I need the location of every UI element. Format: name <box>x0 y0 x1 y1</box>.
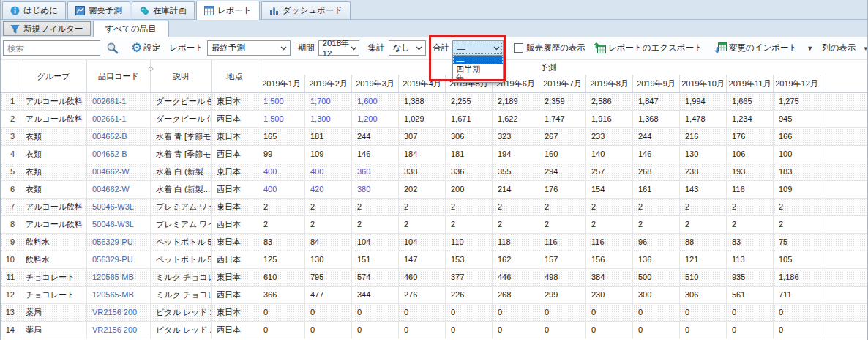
forecast-value-cell[interactable]: 0 <box>493 304 539 321</box>
item-code-link[interactable]: 50046-W3L <box>87 199 151 215</box>
table-row[interactable]: 12チョコレート120565-MBミルク チョコレート...西日本3664773… <box>1 287 867 304</box>
item-code-link[interactable]: 004662-W <box>87 181 151 198</box>
item-code-link[interactable]: 002661-1 <box>87 111 151 128</box>
forecast-value-cell[interactable]: 1,234 <box>727 111 774 128</box>
item-code-link[interactable]: 004652-B <box>87 146 151 163</box>
forecast-value-cell[interactable]: 238 <box>680 163 727 180</box>
forecast-value-cell[interactable]: 2,359 <box>539 93 586 110</box>
item-code-link[interactable]: 004652-B <box>87 128 151 145</box>
forecast-value-cell[interactable]: 0 <box>774 304 820 321</box>
forecast-value-cell[interactable]: 1,478 <box>680 111 727 128</box>
new-filter-button[interactable]: 新規フィルター <box>3 21 91 36</box>
import-dropdown-caret-icon[interactable]: ▼ <box>807 45 813 52</box>
forecast-value-cell[interactable]: 267 <box>539 128 586 145</box>
forecast-value-cell[interactable]: 711 <box>774 287 820 303</box>
forecast-value-cell[interactable]: 0 <box>727 304 774 321</box>
tab-report[interactable]: レポート <box>196 1 260 20</box>
forecast-value-cell[interactable]: 366 <box>258 287 305 303</box>
table-row[interactable]: 9飲料水056329-PUペットボトル 500...東日本83841041041… <box>1 234 867 251</box>
table-row[interactable]: 1アルコール飲料002661-1ダークビール 缶 4...東日本1,5001,7… <box>1 93 867 111</box>
table-row[interactable]: 3衣類004652-B水着 青 [季節モ...東日本16518124430730… <box>1 128 867 146</box>
sales-history-checkbox[interactable]: 販売履歴の表示 <box>514 42 585 53</box>
forecast-value-cell[interactable]: 153 <box>446 251 493 268</box>
forecast-value-cell[interactable]: 2 <box>399 199 446 215</box>
column-header-item-code[interactable]: 品目コード <box>87 60 151 93</box>
forecast-value-cell[interactable]: 344 <box>352 287 399 303</box>
forecast-value-cell[interactable]: 100 <box>774 146 820 163</box>
forecast-value-cell[interactable]: 105 <box>774 251 820 268</box>
forecast-value-cell[interactable]: 2 <box>680 216 727 233</box>
forecast-value-cell[interactable]: 216 <box>680 128 727 145</box>
forecast-value-cell[interactable]: 2 <box>399 216 446 233</box>
item-code-link[interactable]: 120565-MB <box>87 269 151 286</box>
table-row[interactable]: 6衣類004662-W水着 白 (新製...西日本400420380202200… <box>1 181 867 199</box>
item-code-link[interactable]: 002661-1 <box>87 93 151 110</box>
aggregation-select[interactable]: なし <box>389 40 427 56</box>
forecast-value-cell[interactable]: 140 <box>586 146 633 163</box>
forecast-value-cell[interactable]: 147 <box>399 251 446 268</box>
forecast-value-cell[interactable]: 300 <box>633 287 680 303</box>
item-code-link[interactable]: VR2156 200 <box>87 322 151 339</box>
column-header-month[interactable]: 2019年3月 <box>352 75 399 93</box>
item-code-link[interactable]: 120565-MB <box>87 287 151 303</box>
table-row[interactable]: 13薬局VR2156 200ビタル レッド 200...東日本000000000… <box>1 304 867 322</box>
forecast-value-cell[interactable]: 574 <box>352 269 399 286</box>
forecast-value-cell[interactable]: 166 <box>774 128 820 145</box>
forecast-value-cell[interactable]: 75 <box>774 234 820 251</box>
forecast-value-cell[interactable]: 106 <box>727 146 774 163</box>
forecast-value-cell[interactable]: 1,600 <box>352 93 399 110</box>
forecast-value-cell[interactable]: 83 <box>258 234 305 251</box>
forecast-value-cell[interactable]: 1,500 <box>258 93 305 110</box>
forecast-value-cell[interactable]: 1,622 <box>493 111 539 128</box>
forecast-value-cell[interactable]: 0 <box>305 304 352 321</box>
forecast-value-cell[interactable]: 460 <box>399 269 446 286</box>
forecast-value-cell[interactable]: 109 <box>774 181 820 198</box>
forecast-value-cell[interactable]: 176 <box>727 128 774 145</box>
table-row[interactable]: 14薬局VR2156 200ビタル レッド 200...西日本000000000… <box>1 322 867 339</box>
forecast-value-cell[interactable]: 0 <box>774 322 820 339</box>
forecast-value-cell[interactable]: 113 <box>727 251 774 268</box>
forecast-value-cell[interactable]: 420 <box>305 181 352 198</box>
forecast-value-cell[interactable]: 0 <box>352 304 399 321</box>
forecast-value-cell[interactable]: 160 <box>539 146 586 163</box>
forecast-value-cell[interactable]: 1,847 <box>633 93 680 110</box>
forecast-value-cell[interactable]: 244 <box>352 128 399 145</box>
column-header-month[interactable]: 2019年12月 <box>774 75 820 93</box>
forecast-value-cell[interactable]: 561 <box>727 287 774 303</box>
forecast-value-cell[interactable]: 0 <box>680 304 727 321</box>
sort-indicator-icon[interactable] <box>148 62 154 75</box>
column-header-month[interactable]: 2019年10月 <box>680 75 727 93</box>
forecast-value-cell[interactable]: 162 <box>493 251 539 268</box>
forecast-value-cell[interactable]: 2 <box>352 199 399 215</box>
forecast-value-cell[interactable]: 157 <box>539 251 586 268</box>
item-code-link[interactable]: 056329-PU <box>87 251 151 268</box>
forecast-value-cell[interactable]: 0 <box>586 304 633 321</box>
forecast-value-cell[interactable]: 136 <box>633 251 680 268</box>
forecast-value-cell[interactable]: 1,200 <box>352 111 399 128</box>
forecast-value-cell[interactable]: 306 <box>680 287 727 303</box>
forecast-value-cell[interactable]: 2 <box>727 199 774 215</box>
period-select[interactable]: 2018年12. <box>318 40 359 56</box>
forecast-value-cell[interactable]: 0 <box>539 322 586 339</box>
forecast-value-cell[interactable]: 104 <box>352 234 399 251</box>
forecast-value-cell[interactable]: 143 <box>680 181 727 198</box>
table-row[interactable]: 10飲料水056329-PUペットボトル 500...西日本1251301511… <box>1 251 867 269</box>
forecast-value-cell[interactable]: 1,671 <box>446 111 493 128</box>
forecast-value-cell[interactable]: 2 <box>258 216 305 233</box>
tab-inventory-plan[interactable]: 在庫計画 <box>132 1 195 19</box>
total-dropdown-option[interactable]: — <box>453 56 503 64</box>
forecast-value-cell[interactable]: 104 <box>399 234 446 251</box>
forecast-value-cell[interactable]: 0 <box>680 322 727 339</box>
column-header-month[interactable]: 2019年2月 <box>305 75 352 93</box>
forecast-value-cell[interactable]: 2 <box>446 216 493 233</box>
forecast-value-cell[interactable]: 84 <box>305 234 352 251</box>
forecast-value-cell[interactable]: 2 <box>493 216 539 233</box>
column-header-month[interactable]: 2019年8月 <box>586 75 633 93</box>
forecast-value-cell[interactable]: 0 <box>633 304 680 321</box>
forecast-value-cell[interactable]: 118 <box>493 234 539 251</box>
forecast-value-cell[interactable]: 1,916 <box>586 111 633 128</box>
forecast-value-cell[interactable]: 2 <box>727 216 774 233</box>
forecast-value-cell[interactable]: 109 <box>305 146 352 163</box>
column-header-group[interactable]: グループ <box>20 60 87 93</box>
table-row[interactable]: 5衣類004662-W水着 白 (新製...東日本400400360338336… <box>1 163 867 181</box>
